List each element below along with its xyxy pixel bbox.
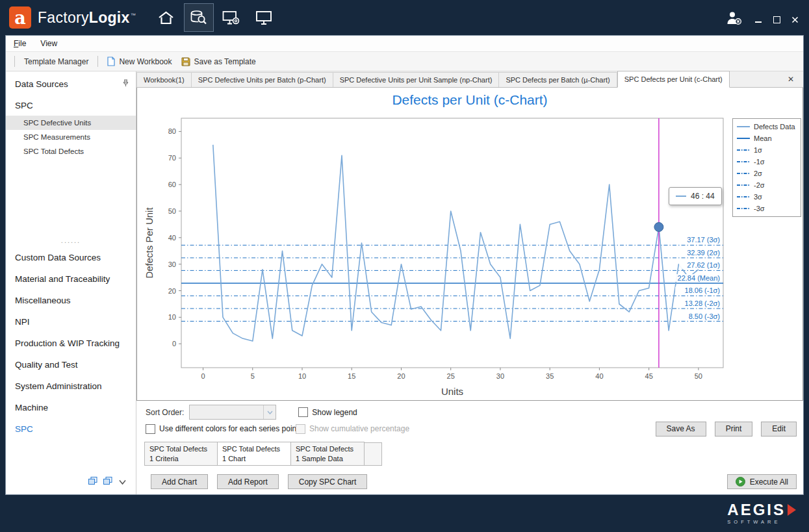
data-analysis-icon[interactable] — [184, 3, 214, 32]
legend-label: 1σ — [754, 146, 762, 154]
workbook-buttons: Add ChartAdd ReportCopy SPC Chart — [151, 474, 367, 489]
workspace: Workbook(1)SPC Defective Units per Batch… — [136, 71, 803, 494]
chevron-down-icon[interactable] — [118, 476, 127, 488]
chart-legend: Defects DataMean1σ-1σ2σ-2σ3σ-3σ — [732, 118, 801, 217]
home-icon[interactable] — [151, 3, 181, 32]
trademark-symbol: ™ — [131, 12, 136, 18]
sidebar-category-machine[interactable]: Machine — [6, 397, 136, 418]
close-button[interactable] — [791, 16, 799, 24]
aegis-brand-text: AEGIS — [727, 502, 786, 518]
save-as-button[interactable]: Save As — [656, 422, 706, 437]
legend-item-1: -1σ — [736, 156, 797, 168]
sidebar-category-material-and-traceability[interactable]: Material and Traceability — [6, 268, 136, 290]
spc-chart-plot[interactable]: 0510152025303540455001020304050607080Uni… — [140, 112, 730, 401]
tab-spc-defects-per-unit-c-chart[interactable]: SPC Defects per Unit (c-Chart) — [617, 71, 730, 88]
edit-button[interactable]: Edit — [761, 422, 797, 437]
x-tick-label: 25 — [447, 372, 455, 380]
x-tick-label: 50 — [695, 372, 702, 380]
legend-label: -1σ — [754, 158, 765, 166]
sidebar-category-miscellaneous[interactable]: Miscellaneous — [6, 290, 136, 311]
highlighted-point-marker — [654, 222, 663, 231]
workstation-settings-icon[interactable] — [216, 3, 246, 32]
legend-item-3: 3σ — [736, 191, 797, 203]
user-session-icon[interactable] — [726, 11, 743, 29]
y-tick-label: 10 — [168, 313, 176, 321]
show-legend-checkbox[interactable]: Show legend — [298, 407, 357, 417]
window-controls — [754, 16, 799, 24]
titlebar: a FactoryLogix™ — [0, 0, 809, 35]
template-manager-button[interactable]: Template Manager — [19, 55, 93, 68]
controls-row-4: Add ChartAdd ReportCopy SPC Chart Execut… — [151, 474, 797, 489]
tile-icon-glyph — [103, 477, 112, 485]
legend-line-sample — [736, 170, 751, 177]
monitor-gear-icon — [222, 10, 240, 25]
use-different-colors-checkbox[interactable]: Use different colors for each series poi… — [146, 424, 299, 434]
control-line-label-3: 8.50 (-3σ) — [689, 312, 720, 320]
execute-all-button[interactable]: Execute All — [727, 474, 797, 489]
add-report-button[interactable]: Add Report — [217, 474, 279, 489]
sort-order-label: Sort Order: — [146, 408, 184, 417]
tab-close-icon[interactable]: ✕ — [785, 73, 797, 85]
sidebar-header: Data Sources — [6, 77, 136, 92]
control-line-label-2: 32.39 (2σ) — [687, 249, 720, 257]
menu-item-file[interactable]: File — [14, 39, 26, 48]
legend-line-sample — [736, 182, 751, 188]
sidebar-splitter[interactable]: ...... — [6, 234, 136, 247]
aegis-software-logo: AEGIS SOFTWARE — [727, 502, 796, 525]
factorylogix-window: a FactoryLogix™ — [0, 0, 809, 532]
add-chart-button[interactable]: Add Chart — [151, 474, 208, 489]
tab-workbook-1[interactable]: Workbook(1) — [136, 72, 192, 87]
subtab-spc-total-defects-1-chart[interactable]: SPC Total Defects 1 Chart — [218, 442, 291, 466]
y-tick-label: 50 — [168, 207, 176, 215]
legend-line-sample — [736, 123, 751, 130]
pin-icon[interactable] — [122, 79, 129, 89]
main-area: Data Sources SPC SPC Defective UnitsSPC … — [6, 71, 803, 494]
titlebar-nav-icons — [151, 3, 279, 32]
legend-item-3: -3σ — [736, 203, 797, 214]
legend-item-1: 1σ — [736, 144, 797, 156]
cascade-windows-icon[interactable] — [88, 476, 97, 488]
tab-spc-defective-units-per-unit-sample-np-chart[interactable]: SPC Defective Units per Unit Sample (np-… — [333, 72, 500, 87]
brand-factory: Factory — [38, 9, 89, 26]
minimize-button[interactable] — [754, 16, 762, 24]
maximize-button[interactable] — [773, 16, 780, 24]
toolbar-grip — [14, 56, 15, 67]
sidebar-category-custom-data-sources[interactable]: Custom Data Sources — [6, 247, 136, 268]
tooltip-line-sample — [676, 196, 686, 197]
monitor-icon[interactable] — [249, 3, 279, 32]
sidebar-item-spc-total-defects[interactable]: SPC Total Defects — [6, 144, 136, 158]
x-tick-label: 45 — [645, 372, 653, 380]
sort-order-select[interactable] — [189, 405, 276, 420]
y-tick-label: 30 — [168, 260, 176, 268]
tab-spc-defective-units-per-batch-p-chart[interactable]: SPC Defective Units per Batch (p-Chart) — [192, 72, 333, 87]
subtab-spc-total-defects-1-sample-data[interactable]: SPC Total Defects 1 Sample Data — [291, 442, 365, 466]
show-legend-label: Show legend — [312, 408, 357, 417]
aegis-software-text: SOFTWARE — [727, 519, 796, 525]
sidebar-category-spc[interactable]: SPC — [6, 418, 136, 440]
plot-border — [181, 118, 723, 368]
print-button[interactable]: Print — [715, 422, 753, 437]
data-sources-sidebar: Data Sources SPC SPC Defective UnitsSPC … — [6, 71, 136, 494]
tile-windows-icon[interactable] — [103, 476, 112, 488]
sidebar-category-system-administration[interactable]: System Administration — [6, 375, 136, 397]
menu-item-view[interactable]: View — [40, 39, 57, 48]
legend-label: 3σ — [754, 193, 762, 201]
titlebar-right — [726, 7, 800, 29]
y-axis-title: Defects Per Unit — [144, 207, 155, 279]
sidebar-category-npi[interactable]: NPI — [6, 311, 136, 333]
aegis-app-logo: a — [9, 6, 31, 29]
legend-label: -3σ — [754, 205, 765, 212]
new-workbook-button[interactable]: New Workbook — [103, 55, 176, 68]
legend-item-defects-data: Defects Data — [736, 121, 797, 133]
subtab-spc-total-defects-1-criteria[interactable]: SPC Total Defects 1 Criteria — [144, 442, 218, 466]
sidebar-item-spc-defective-units[interactable]: SPC Defective Units — [6, 116, 136, 130]
sidebar-item-spc-measurements[interactable]: SPC Measurements — [6, 130, 136, 144]
sidebar-group-spc[interactable]: SPC — [6, 92, 136, 116]
chart-panel: Defects per Unit (c-Chart) 0510152025303… — [136, 88, 803, 401]
tabstrip-tabs: Workbook(1)SPC Defective Units per Batch… — [136, 71, 730, 87]
tab-spc-defects-per-batch-chart[interactable]: SPC Defects per Batch (µ-Chart) — [499, 72, 617, 87]
save-as-template-button[interactable]: Save as Template — [177, 55, 261, 68]
sidebar-category-production-wip-tracking[interactable]: Production & WIP Tracking — [6, 333, 136, 354]
copy-spc-chart-button[interactable]: Copy SPC Chart — [288, 474, 368, 489]
sidebar-category-quality-and-test[interactable]: Quality and Test — [6, 354, 136, 375]
